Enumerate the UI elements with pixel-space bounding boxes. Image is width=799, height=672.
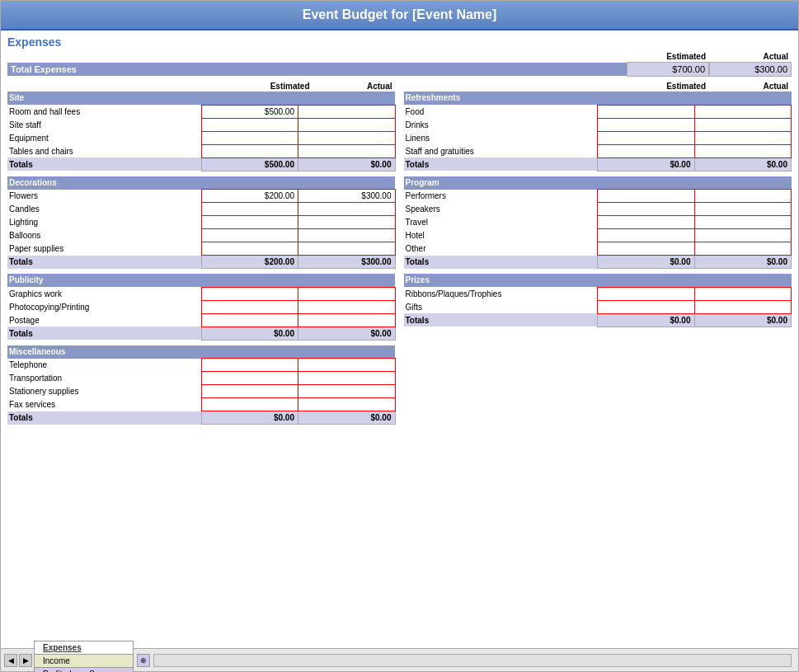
col-actual: Actual	[709, 82, 792, 91]
item-estimated[interactable]	[598, 203, 695, 216]
item-estimated[interactable]: $200.00	[201, 190, 298, 203]
table-row: Equipment	[7, 131, 395, 144]
item-actual[interactable]	[298, 144, 396, 157]
item-estimated[interactable]	[598, 229, 695, 242]
item-estimated[interactable]	[201, 229, 298, 242]
item-actual[interactable]	[694, 203, 792, 216]
table-row: Transportation	[7, 372, 395, 385]
totals-row: Totals $0.00 $0.00	[404, 256, 792, 269]
nav-prev-icon[interactable]: ◀	[4, 654, 17, 667]
section-decorations: Decorations Flowers $200.00 $300.00 Cand…	[7, 176, 396, 270]
item-estimated[interactable]	[598, 190, 695, 203]
item-estimated[interactable]	[201, 372, 298, 385]
item-actual[interactable]	[298, 229, 396, 242]
section-name-decorations: Decorations	[7, 176, 395, 190]
item-actual[interactable]	[694, 118, 792, 131]
item-label: Gifts	[404, 300, 598, 313]
nav-next-icon[interactable]: ▶	[19, 654, 32, 667]
table-miscellaneous: Miscellaneous Telephone Transportation S…	[7, 345, 396, 425]
item-actual[interactable]	[298, 372, 396, 385]
item-actual[interactable]	[694, 190, 792, 203]
item-estimated[interactable]	[598, 287, 695, 300]
item-estimated[interactable]	[201, 359, 298, 372]
item-actual[interactable]	[298, 105, 396, 118]
item-actual[interactable]	[694, 105, 792, 118]
item-estimated[interactable]	[598, 144, 695, 157]
item-estimated[interactable]	[598, 300, 695, 313]
item-estimated[interactable]	[201, 300, 298, 313]
right-sections: Estimated Actual Refreshments Food Drink…	[404, 82, 792, 425]
section-header-decorations: Decorations	[7, 176, 395, 190]
section-header-prizes: Prizes	[404, 274, 792, 287]
table-row: Performers	[404, 190, 792, 203]
item-estimated[interactable]	[201, 203, 298, 216]
item-actual[interactable]	[298, 385, 396, 398]
item-actual[interactable]	[298, 313, 396, 327]
item-actual[interactable]: $300.00	[298, 190, 396, 203]
totals-row: Totals $0.00 $0.00	[7, 327, 395, 340]
item-actual[interactable]	[694, 287, 792, 300]
bottom-bar: ◀ ▶ ExpensesIncomeProfit - Loss Summary …	[1, 648, 798, 671]
item-label: Fax services	[7, 398, 201, 411]
table-row: Postage	[7, 313, 395, 327]
tab-profit---loss-summary[interactable]: Profit - Loss Summary	[34, 667, 134, 673]
item-actual[interactable]	[298, 242, 396, 256]
totals-estimated: $0.00	[201, 327, 298, 340]
item-estimated[interactable]	[598, 242, 695, 256]
item-estimated[interactable]	[598, 118, 695, 131]
totals-label: Totals	[404, 256, 598, 269]
totals-label: Totals	[7, 157, 201, 171]
item-actual[interactable]	[298, 216, 396, 229]
item-estimated[interactable]	[201, 216, 298, 229]
table-row: Hotel	[404, 229, 792, 242]
item-label: Tables and chairs	[7, 144, 201, 157]
item-label: Lighting	[7, 216, 201, 229]
item-estimated[interactable]	[201, 398, 298, 411]
table-row: Site staff	[7, 118, 395, 131]
table-row: Speakers	[404, 203, 792, 216]
item-estimated[interactable]	[201, 313, 298, 327]
item-estimated[interactable]	[598, 105, 695, 118]
item-estimated[interactable]	[201, 118, 298, 131]
scrollbar-area[interactable]	[153, 654, 792, 667]
item-label: Balloons	[7, 229, 201, 242]
table-row: Telephone	[7, 359, 395, 372]
item-actual[interactable]	[694, 131, 792, 144]
section-name-miscellaneous: Miscellaneous	[7, 345, 395, 359]
main-content: Expenses Estimated Actual Total Expenses…	[1, 31, 798, 648]
item-actual[interactable]	[694, 144, 792, 157]
item-estimated[interactable]	[598, 131, 695, 144]
left-sections: Estimated Actual Site Room and hall fees…	[7, 82, 396, 425]
item-actual[interactable]	[694, 229, 792, 242]
col-estimated: Estimated	[627, 82, 709, 91]
item-actual[interactable]	[694, 300, 792, 313]
expenses-heading: Expenses	[7, 35, 792, 49]
item-actual[interactable]	[298, 359, 396, 372]
item-label: Postage	[7, 313, 201, 327]
item-actual[interactable]	[298, 287, 396, 300]
tabs-container: ExpensesIncomeProfit - Loss Summary	[34, 641, 135, 673]
item-actual[interactable]	[694, 242, 792, 256]
table-row: Drinks	[404, 118, 792, 131]
tab-expenses[interactable]: Expenses	[34, 641, 134, 654]
item-estimated[interactable]: $500.00	[201, 105, 298, 118]
item-estimated[interactable]	[201, 385, 298, 398]
item-label: Ribbons/Plaques/Trophies	[404, 287, 598, 300]
tab-income[interactable]: Income	[34, 654, 134, 667]
item-estimated[interactable]	[201, 287, 298, 300]
item-estimated[interactable]	[201, 131, 298, 144]
item-actual[interactable]	[694, 216, 792, 229]
item-estimated[interactable]	[598, 216, 695, 229]
item-label: Candles	[7, 203, 201, 216]
item-actual[interactable]	[298, 131, 396, 144]
page-title: Event Budget for [Event Name]	[303, 7, 497, 21]
item-actual[interactable]	[298, 118, 396, 131]
item-actual[interactable]	[298, 300, 396, 313]
item-estimated[interactable]	[201, 242, 298, 256]
item-actual[interactable]	[298, 398, 396, 411]
item-actual[interactable]	[298, 203, 396, 216]
totals-label: Totals	[404, 313, 598, 327]
total-actual-value: $300.00	[709, 62, 792, 77]
section-name-refreshments: Refreshments	[404, 92, 792, 105]
item-estimated[interactable]	[201, 144, 298, 157]
